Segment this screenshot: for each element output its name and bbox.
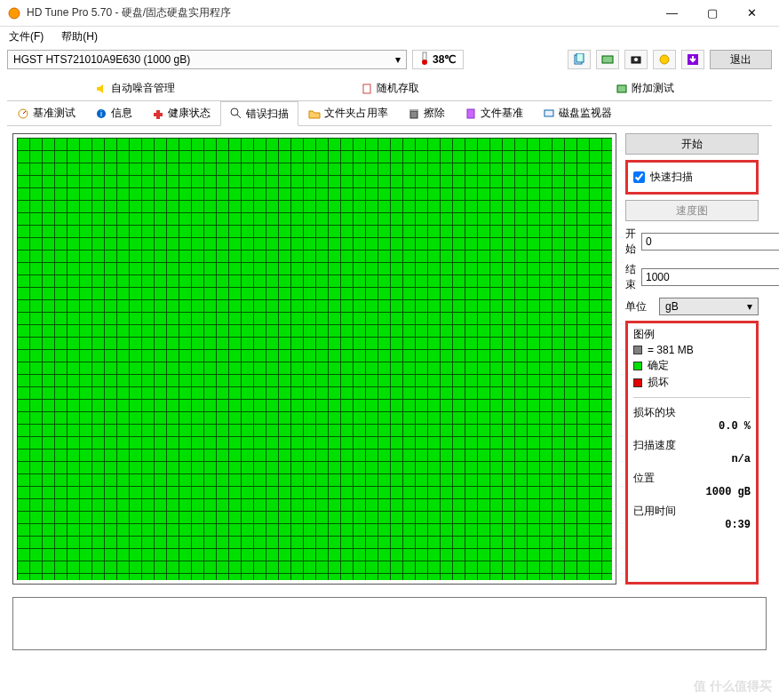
temperature-value: 38℃ — [433, 53, 456, 66]
tab-random[interactable]: 随机存取 — [262, 76, 517, 100]
speed-map-label: 速度图 — [676, 203, 708, 219]
tab-monitor-label: 磁盘监视器 — [559, 106, 612, 121]
exit-button[interactable]: 退出 — [710, 50, 772, 69]
quick-scan-highlight: 快速扫描 — [625, 160, 759, 195]
stats: 损坏的块0.0 % 扫描速度n/a 位置1000 gB 已用时间0:39 — [633, 405, 751, 531]
quick-scan-label: 快速扫描 — [650, 170, 693, 185]
tab-health[interactable]: 健康状态 — [142, 101, 220, 125]
chevron-down-icon: ▾ — [395, 53, 401, 66]
legend-block-icon — [633, 346, 642, 354]
start-input[interactable] — [642, 234, 779, 250]
svg-point-8 — [660, 55, 669, 64]
svg-point-0 — [9, 8, 20, 19]
tab-benchmark-label: 基准测试 — [33, 106, 76, 121]
chevron-down-icon: ▾ — [747, 300, 752, 313]
stat-damaged-value: 0.0 % — [633, 420, 751, 433]
stat-speed-value: n/a — [633, 453, 751, 465]
svg-rect-10 — [363, 84, 370, 93]
minimize-button[interactable]: ― — [652, 0, 692, 27]
maximize-button[interactable]: ▢ — [692, 0, 732, 27]
drive-select-value: HGST HTS721010A9E630 (1000 gB) — [13, 53, 190, 66]
tab-noise[interactable]: 自动噪音管理 — [7, 76, 262, 100]
menu-bar: 文件(F) 帮助(H) — [0, 27, 779, 46]
watermark: 值 什么值得买 — [694, 679, 772, 695]
block-map — [12, 133, 616, 585]
svg-rect-16 — [410, 111, 417, 118]
info-icon: i — [95, 107, 107, 120]
end-spinner[interactable]: ▲▼ — [641, 268, 779, 286]
svg-rect-18 — [467, 109, 474, 118]
svg-rect-4 — [576, 53, 584, 62]
stat-damaged-label: 损坏的块 — [633, 406, 676, 418]
quick-scan-checkbox-row[interactable]: 快速扫描 — [633, 166, 751, 188]
unit-select-value: gB — [665, 300, 679, 313]
window-titlebar: HD Tune Pro 5.70 - 硬盘/固态硬盘实用程序 ― ▢ ✕ — [0, 0, 779, 27]
temperature-display: 38℃ — [412, 50, 464, 69]
svg-rect-5 — [602, 56, 613, 63]
thermometer-icon — [420, 52, 429, 68]
toolbar: HGST HTS721010A9E630 (1000 gB) ▾ 38℃ 退出 — [0, 46, 779, 73]
file-gauge-icon — [465, 107, 477, 120]
trash-icon — [408, 107, 420, 120]
unit-field-label: 单位 — [625, 299, 654, 314]
tab-extra[interactable]: 附加测试 — [517, 76, 772, 100]
svg-rect-11 — [617, 85, 626, 92]
options-button[interactable] — [653, 50, 676, 69]
search-icon — [230, 107, 242, 120]
gauge-icon — [17, 107, 29, 120]
tab-error-scan[interactable]: 错误扫描 — [220, 101, 298, 126]
save-button[interactable] — [681, 50, 704, 69]
unit-field-row: 单位 gB ▾ — [625, 298, 759, 315]
legend-damaged-label: 损坏 — [648, 375, 669, 390]
tab-info[interactable]: i信息 — [85, 101, 142, 125]
legend: 图例 = 381 MB 确定 损坏 — [633, 327, 751, 390]
app-icon — [7, 6, 21, 20]
unit-select[interactable]: gB ▾ — [659, 298, 759, 315]
tab-benchmark[interactable]: 基准测试 — [7, 101, 85, 125]
copy-info-button[interactable] — [568, 50, 591, 69]
start-field-row: 开始 ▲▼ — [625, 227, 759, 257]
svg-text:i: i — [100, 109, 102, 118]
monitor-icon — [543, 107, 555, 120]
end-field-row: 结束 ▲▼ — [625, 262, 759, 292]
speed-map-button: 速度图 — [625, 200, 759, 221]
legend-title: 图例 — [633, 327, 751, 342]
stat-elapsed-label: 已用时间 — [633, 505, 676, 517]
tab-strip: 自动噪音管理 随机存取 附加测试 基准测试 i信息 健康状态 错误扫描 文件夹占… — [7, 76, 772, 126]
tab-folder-label: 文件夹占用率 — [324, 106, 388, 121]
svg-rect-17 — [409, 109, 418, 111]
svg-point-7 — [634, 58, 638, 61]
end-input[interactable] — [642, 269, 779, 285]
stat-elapsed-value: 0:39 — [633, 519, 751, 531]
quick-scan-checkbox[interactable] — [633, 171, 645, 183]
error-scan-panel: 开始 快速扫描 速度图 开始 ▲▼ 结束 ▲▼ 单位 gB — [0, 126, 779, 592]
speaker-icon — [95, 83, 107, 95]
stat-position-label: 位置 — [633, 472, 655, 484]
drive-select[interactable]: HGST HTS721010A9E630 (1000 gB) ▾ — [7, 50, 407, 69]
tab-erase[interactable]: 擦除 — [398, 101, 455, 125]
legend-block-size: = 381 MB — [648, 344, 694, 356]
tab-error-scan-label: 错误扫描 — [246, 107, 289, 122]
tab-file-benchmark[interactable]: 文件基准 — [455, 101, 533, 125]
menu-help[interactable]: 帮助(H) — [56, 28, 103, 46]
folder-icon — [308, 107, 321, 120]
menu-file[interactable]: 文件(F) — [4, 28, 49, 46]
results-highlight: 图例 = 381 MB 确定 损坏 损坏的块0.0 % 扫描速度n/a 位置10… — [625, 321, 759, 585]
tab-noise-label: 自动噪音管理 — [111, 81, 175, 96]
tab-extra-label: 附加测试 — [632, 81, 674, 96]
tab-folder[interactable]: 文件夹占用率 — [298, 101, 398, 125]
tab-monitor[interactable]: 磁盘监视器 — [533, 101, 622, 125]
disk-icon — [616, 83, 628, 95]
svg-point-15 — [231, 108, 238, 115]
save-screenshot-button[interactable] — [624, 50, 648, 69]
start-button[interactable]: 开始 — [625, 133, 759, 155]
copy-screenshot-button[interactable] — [596, 50, 619, 69]
exit-button-label: 退出 — [730, 52, 751, 68]
tab-erase-label: 擦除 — [424, 106, 445, 121]
stat-position-value: 1000 gB — [633, 486, 751, 498]
legend-ok-label: 确定 — [648, 358, 669, 373]
tab-health-label: 健康状态 — [168, 106, 211, 121]
close-button[interactable]: ✕ — [732, 0, 772, 27]
start-spinner[interactable]: ▲▼ — [641, 233, 779, 251]
start-field-label: 开始 — [625, 227, 636, 257]
